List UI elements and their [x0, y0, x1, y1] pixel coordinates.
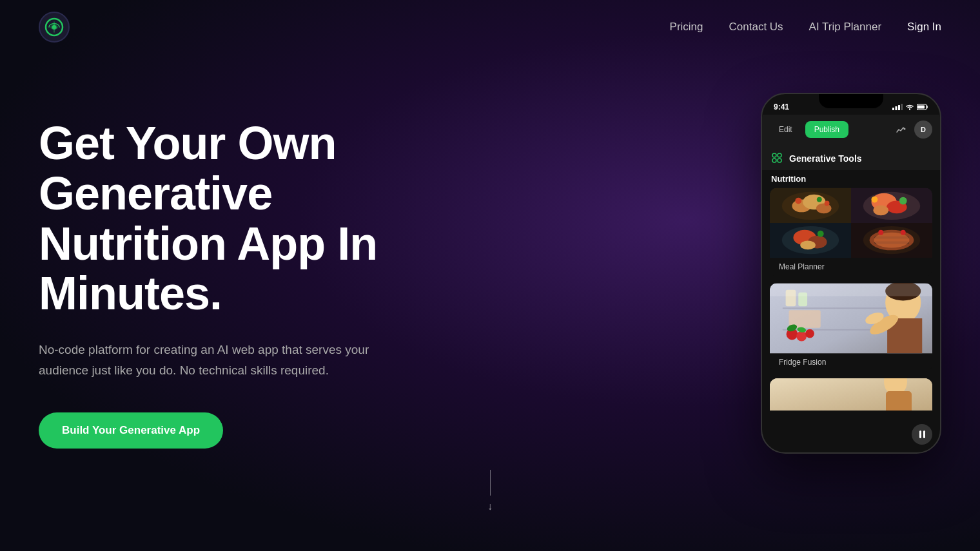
cta-button[interactable]: Build Your Generative App [39, 412, 223, 449]
svg-point-51 [796, 331, 807, 342]
analytics-icon-btn[interactable] [891, 120, 910, 139]
hero-subtitle: No-code platform for creating an AI web … [39, 340, 374, 382]
phone-mockup: 9:41 [761, 93, 941, 454]
nav-item-ai-trip[interactable]: AI Trip Planner [809, 21, 881, 34]
phone-frame: 9:41 [761, 93, 941, 454]
wifi-icon [905, 104, 914, 110]
svg-rect-3 [896, 106, 897, 110]
nav-item-contact[interactable]: Contact Us [729, 21, 783, 34]
meal-planner-illustration [770, 188, 932, 258]
fridge-fusion-label: Fridge Fusion [770, 354, 932, 372]
svg-point-27 [899, 197, 907, 205]
svg-rect-45 [783, 307, 897, 309]
tools-icon [771, 152, 784, 165]
svg-point-19 [795, 198, 801, 204]
phone-notch [819, 94, 883, 108]
hero-section: Get Your Own Generative Nutrition App In… [0, 54, 980, 467]
svg-point-52 [805, 329, 814, 338]
contact-link[interactable]: Contact Us [729, 21, 783, 33]
svg-point-18 [816, 203, 832, 213]
publish-button[interactable]: Publish [805, 121, 848, 138]
svg-point-42 [901, 230, 906, 235]
svg-point-34 [818, 231, 824, 237]
svg-point-33 [800, 241, 816, 250]
fridge-fusion-illustration [770, 283, 932, 354]
svg-point-21 [825, 201, 830, 206]
nav-item-signin[interactable]: Sign In [907, 21, 941, 34]
edit-button[interactable]: Edit [770, 121, 801, 138]
logo[interactable] [39, 12, 70, 43]
svg-point-41 [878, 230, 883, 235]
svg-point-10 [778, 153, 781, 157]
status-icons [892, 104, 928, 110]
pause-icon [919, 430, 925, 438]
svg-point-26 [873, 205, 888, 215]
svg-rect-4 [898, 105, 900, 110]
svg-point-11 [772, 159, 776, 162]
svg-rect-60 [770, 284, 932, 296]
third-card-partial [770, 378, 932, 411]
scroll-indicator: ↓ [487, 470, 493, 512]
svg-point-20 [817, 197, 822, 202]
signal-icon [892, 104, 903, 110]
svg-rect-64 [886, 391, 912, 411]
third-card-image [770, 378, 932, 411]
section-title: Generative Tools [789, 153, 862, 164]
pricing-link[interactable]: Pricing [670, 21, 703, 33]
svg-rect-7 [917, 106, 925, 109]
battery-icon [917, 104, 928, 110]
scroll-arrow-icon: ↓ [487, 501, 493, 512]
nav-item-pricing[interactable]: Pricing [670, 21, 703, 34]
ai-trip-link[interactable]: AI Trip Planner [809, 21, 881, 33]
hero-title: Get Your Own Generative Nutrition App In… [39, 119, 490, 319]
analytics-icon [896, 124, 906, 135]
meal-planner-label: Meal Planner [770, 258, 932, 276]
scroll-line [490, 470, 491, 496]
svg-point-28 [872, 197, 878, 203]
nav-links: Pricing Contact Us AI Trip Planner Sign … [670, 21, 941, 34]
user-avatar[interactable]: D [914, 121, 932, 139]
svg-point-9 [772, 153, 776, 157]
logo-icon [39, 12, 70, 43]
navigation: Pricing Contact Us AI Trip Planner Sign … [0, 0, 980, 54]
status-time: 9:41 [774, 102, 789, 111]
fridge-fusion-card[interactable]: Fridge Fusion [770, 283, 932, 372]
meal-planner-card[interactable]: Meal Planner [770, 188, 932, 276]
fridge-fusion-image [770, 283, 932, 354]
svg-point-8 [904, 128, 906, 130]
svg-point-12 [778, 159, 781, 162]
hero-content: Get Your Own Generative Nutrition App In… [39, 106, 490, 449]
meal-planner-image [770, 188, 932, 258]
svg-rect-5 [901, 104, 903, 110]
signin-link[interactable]: Sign In [907, 21, 941, 33]
third-card-illustration [770, 378, 932, 411]
section-header: Generative Tools [762, 144, 940, 170]
svg-rect-2 [892, 108, 894, 110]
nutrition-label: Nutrition [762, 170, 940, 188]
app-toolbar: Edit Publish D [762, 115, 940, 144]
pause-button[interactable] [912, 424, 932, 445]
